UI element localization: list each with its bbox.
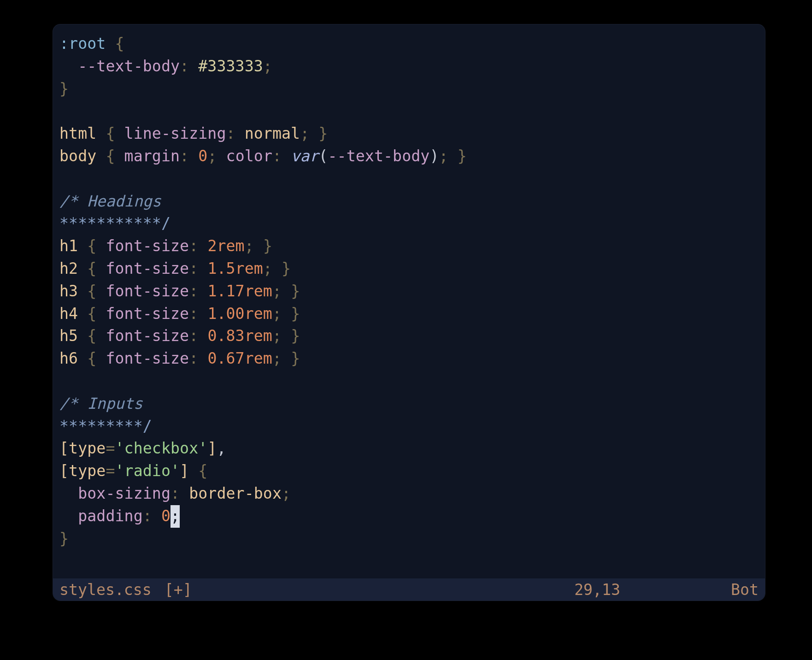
code-token [282,282,291,300]
code-token [198,237,207,255]
code-token: } [291,282,300,300]
code-line[interactable]: [type='checkbox'], [59,437,759,460]
code-line[interactable]: } [59,528,759,550]
code-token: ) [430,147,439,165]
code-token: { [106,147,115,165]
code-token [96,259,106,277]
code-line[interactable]: padding: 0; [59,505,759,528]
code-token: type [69,462,106,480]
code-token: { [87,305,96,323]
code-token: } [263,237,272,255]
code-token: : [272,147,282,165]
code-token: : [189,327,198,345]
code-token [96,124,106,142]
code-editor[interactable]: :root { --text-body: #333333;} html { li… [53,24,765,578]
code-token: ; [272,305,282,323]
code-line[interactable] [59,370,759,393]
code-token: ; [272,349,282,367]
code-token [189,147,198,165]
editor-window: :root { --text-body: #333333;} html { li… [53,24,765,601]
code-token [96,282,106,300]
code-token [282,147,291,165]
code-token [189,57,198,75]
code-line[interactable]: html { line-sizing: normal; } [59,123,759,145]
code-token: --text-body [78,57,180,75]
code-token [217,147,226,165]
code-token [198,282,207,300]
code-token [115,147,124,165]
code-token: 0.67rem [207,349,272,367]
code-token [198,305,207,323]
code-token [198,259,207,277]
code-line[interactable]: [type='radio'] { [59,460,759,483]
code-token: : [189,349,198,367]
code-line[interactable] [59,168,759,190]
code-token: { [87,259,96,277]
code-token: font-size [106,327,189,345]
scroll-position: Bot [731,581,759,599]
code-token: ; [272,282,282,300]
filename-text: styles.css [59,581,152,599]
code-token: ; [263,57,272,75]
code-token [152,507,161,525]
code-token: 1.00rem [207,305,272,323]
code-token: font-size [106,237,189,255]
code-token: } [59,80,69,98]
code-token: type [69,439,106,457]
code-token: color [226,147,272,165]
code-token: } [282,259,291,277]
code-token [180,484,189,502]
code-token: border-box [189,484,282,502]
code-token [96,237,106,255]
code-line[interactable]: h4 { font-size: 1.00rem; } [59,303,759,325]
code-token [59,484,78,502]
code-token: font-size [106,305,189,323]
code-line[interactable]: h5 { font-size: 0.83rem; } [59,325,759,348]
code-token [78,259,87,277]
code-token: h6 [59,349,78,367]
code-token: ; [272,327,282,345]
code-token [59,57,78,75]
code-line[interactable]: box-sizing: border-box; [59,483,759,505]
code-line[interactable]: /* Inputs [59,393,759,415]
code-token: font-size [106,259,189,277]
code-line[interactable]: } [59,78,759,100]
code-token: : [180,147,189,165]
code-token: :root [59,35,106,53]
code-token: : [189,282,198,300]
code-line[interactable]: h3 { font-size: 1.17rem; } [59,280,759,303]
code-line[interactable]: /* Headings [59,190,759,213]
code-line[interactable]: h2 { font-size: 1.5rem; } [59,258,759,280]
code-token: 'radio' [115,462,180,480]
code-token: var [291,147,318,165]
code-line[interactable] [59,100,759,123]
code-token: { [106,124,115,142]
code-token: normal [245,124,300,142]
code-token: : [180,57,189,75]
code-line[interactable]: ***********/ [59,212,759,235]
code-line[interactable]: --text-body: #333333; [59,55,759,78]
code-token: ; [282,484,291,502]
code-token: ; [439,147,448,165]
code-token: } [291,327,300,345]
code-line[interactable]: body { margin: 0; color: var(--text-body… [59,145,759,168]
code-token: ] [207,439,217,457]
code-token [189,462,198,480]
code-token: margin [124,147,180,165]
code-token: : [226,124,235,142]
code-token [282,305,291,323]
code-token [78,305,87,323]
code-token [448,147,458,165]
code-line[interactable]: h1 { font-size: 2rem; } [59,235,759,258]
code-line[interactable]: :root { [59,33,759,55]
code-line[interactable]: *********/ [59,415,759,438]
code-token: #333333 [198,57,263,75]
code-token [282,349,291,367]
text-cursor: ; [171,505,180,528]
code-token: : [143,507,152,525]
code-line[interactable]: h6 { font-size: 0.67rem; } [59,348,759,370]
status-bar: styles.css [+] 29,13 Bot [53,578,765,601]
code-token: 0 [161,507,171,525]
code-token: : [171,484,180,502]
code-token: line-sizing [124,124,226,142]
